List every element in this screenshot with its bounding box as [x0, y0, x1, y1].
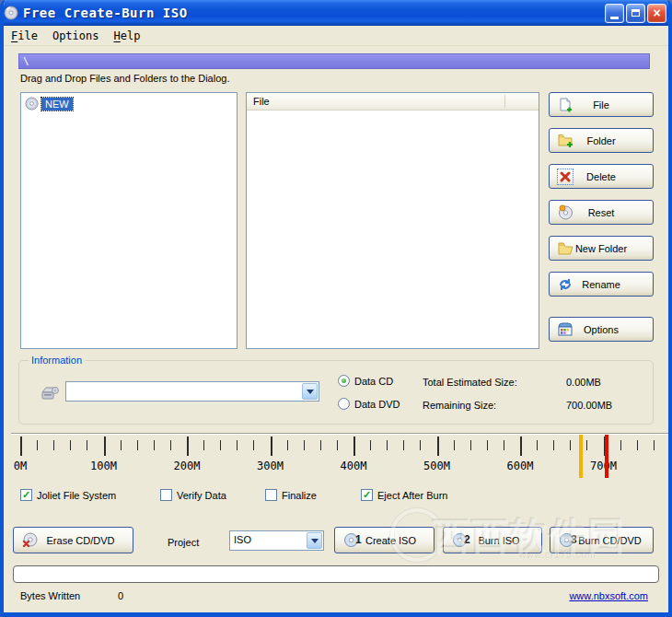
create-iso-label: Create ISO	[365, 535, 416, 546]
rename-button[interactable]: Rename	[549, 272, 654, 297]
ruler-minor-tick	[586, 440, 587, 450]
ruler-minor-tick	[237, 440, 238, 450]
ruler-minor-tick	[337, 440, 338, 450]
ruler-minor-tick	[154, 440, 155, 450]
rename-label: Rename	[582, 279, 620, 290]
current-path: \	[23, 55, 29, 67]
checkbox-icon: ✓	[361, 489, 373, 501]
total-size-value: 0.00MB	[566, 377, 601, 388]
create-iso-button[interactable]: 1 Create ISO	[334, 527, 434, 553]
ruler-minor-tick	[287, 440, 288, 450]
delete-button[interactable]: Delete	[549, 164, 654, 189]
menu-item-file[interactable]: File	[4, 28, 45, 44]
total-size-label: Total Estimated Size:	[423, 377, 517, 388]
ruler-major-tick	[353, 437, 355, 456]
ruler-tick-label: 100M	[75, 460, 133, 472]
ruler-minor-tick	[370, 440, 371, 450]
ruler-minor-tick	[87, 440, 87, 450]
close-button[interactable]: ×	[647, 4, 666, 23]
device-combobox[interactable]	[65, 381, 319, 402]
progress-bar	[13, 565, 659, 583]
ruler-minor-tick	[470, 440, 471, 450]
ruler-minor-tick	[504, 440, 504, 450]
radio-data-dvd[interactable]: Data DVD	[338, 398, 400, 410]
radio-data-dvd-label: Data DVD	[354, 399, 400, 410]
maximize-button[interactable]	[626, 4, 645, 23]
checkbox-eject-after-burn[interactable]: ✓ Eject After Burn	[361, 489, 447, 501]
checkbox-verify-data-label: Verify Data	[177, 490, 226, 501]
new-folder-icon	[557, 240, 574, 257]
ruler-major-tick	[20, 437, 22, 456]
ruler-minor-tick	[487, 440, 488, 450]
minimize-icon	[610, 17, 619, 19]
tree-root-node[interactable]: NEW	[25, 97, 237, 111]
add-folder-label: Folder	[586, 135, 615, 146]
ruler-minor-tick	[203, 440, 204, 450]
file-column-label: File	[253, 96, 270, 107]
add-file-button[interactable]: File	[549, 92, 654, 117]
maximize-icon	[631, 9, 640, 17]
file-column-header[interactable]: File	[247, 93, 539, 111]
add-folder-button[interactable]: Folder	[549, 128, 654, 153]
folder-tree-panel[interactable]: NEW	[20, 92, 238, 349]
red-capacity-marker	[605, 435, 608, 478]
options-button[interactable]: Options	[549, 317, 654, 342]
ruler-minor-tick	[320, 440, 321, 450]
new-folder-button[interactable]: New Folder	[549, 236, 654, 261]
checkbox-joliet-label: Joliet File System	[37, 490, 116, 501]
ruler-minor-tick	[137, 440, 138, 450]
ruler-major-tick	[271, 437, 272, 456]
burn-iso-button[interactable]: 2 Burn ISO	[443, 527, 542, 553]
ruler-minor-tick	[37, 440, 38, 450]
radio-dot-icon	[338, 398, 350, 410]
side-button-column: File Folder Delete Reset New Folder	[549, 92, 654, 353]
ruler-minor-tick	[620, 440, 621, 450]
ruler-minor-tick	[170, 440, 171, 450]
erase-cd-dvd-button[interactable]: Erase CD/DVD	[13, 527, 133, 553]
ruler-tick-label: 200M	[157, 460, 216, 472]
ruler-tick-label: 0M	[0, 460, 50, 472]
close-icon: ×	[653, 6, 660, 20]
ruler-minor-tick	[537, 440, 538, 450]
reset-button[interactable]: Reset	[549, 200, 654, 225]
burn-cd-dvd-button[interactable]: 3 Burn CD/DVD	[550, 527, 654, 553]
checkbox-icon: ✓	[265, 489, 277, 501]
reset-disc-icon	[557, 204, 574, 221]
checkbox-eject-after-burn-label: Eject After Burn	[377, 490, 447, 501]
checkbox-icon: ✓	[160, 489, 172, 501]
chevron-down-icon[interactable]	[302, 383, 318, 400]
file-list-panel[interactable]: File	[246, 92, 539, 349]
radio-data-cd-label: Data CD	[354, 376, 393, 387]
ruler-minor-tick	[121, 440, 122, 450]
ruler-minor-tick	[570, 440, 571, 450]
remaining-size-label: Remaining Size:	[423, 400, 496, 411]
ruler-tick-label: 400M	[324, 460, 383, 472]
checkbox-finalize[interactable]: ✓ Finalize	[265, 489, 317, 501]
ruler-minor-tick	[553, 440, 554, 450]
ruler-minor-tick	[454, 440, 455, 450]
website-link[interactable]: www.nbxsoft.com	[569, 590, 648, 601]
ruler-tick-label: 500M	[408, 460, 467, 472]
current-path-bar[interactable]: \	[18, 53, 650, 69]
radio-dot-icon	[338, 375, 350, 387]
checkbox-joliet[interactable]: ✓ Joliet File System	[20, 489, 116, 501]
add-file-label: File	[593, 99, 609, 111]
options-window-icon	[557, 321, 574, 338]
ruler-major-tick	[520, 437, 522, 456]
delete-label: Delete	[586, 171, 616, 182]
ruler-major-tick	[187, 437, 189, 456]
ruler-minor-tick	[387, 440, 388, 450]
checkbox-verify-data[interactable]: ✓ Verify Data	[160, 489, 226, 501]
delete-x-icon	[557, 169, 574, 185]
radio-data-cd[interactable]: Data CD	[338, 375, 393, 387]
minimize-button[interactable]	[605, 4, 624, 23]
ruler-minor-tick	[220, 440, 221, 450]
title-bar[interactable]: Free Create-Burn ISO ×	[0, 0, 672, 26]
menu-item-options[interactable]: Options	[45, 28, 107, 44]
erase-disc-icon	[21, 532, 38, 549]
chevron-down-icon[interactable]	[307, 532, 322, 549]
project-combobox[interactable]: ISO	[229, 530, 324, 551]
menu-item-help[interactable]: Help	[107, 28, 148, 44]
ruler-major-tick	[437, 437, 439, 456]
window-title: Free Create-Burn ISO	[23, 6, 188, 20]
